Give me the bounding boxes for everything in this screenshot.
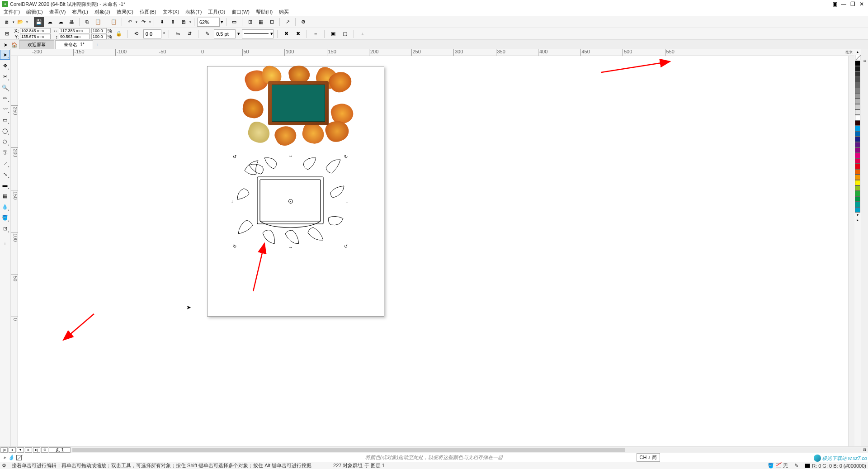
wrap-text-icon[interactable]: ≡: [311, 29, 321, 39]
menu-text[interactable]: 文本(X): [163, 9, 179, 15]
skew-handle-l[interactable]: ↕: [231, 199, 236, 204]
doc-palette-arrow-icon[interactable]: ▸: [4, 455, 6, 460]
end-arrow-icon[interactable]: ✖: [293, 29, 303, 39]
menu-layout[interactable]: 布局(L): [72, 9, 88, 15]
nav-last-button[interactable]: ▸|: [33, 447, 40, 453]
pick-tool-tab-icon[interactable]: ➤: [1, 41, 10, 49]
save-button[interactable]: 💾: [34, 17, 44, 27]
paste-button[interactable]: 📋: [93, 17, 103, 27]
outline-tool[interactable]: ⊡▸: [0, 223, 10, 233]
color-swatch[interactable]: [855, 191, 860, 196]
maximize-button[interactable]: ❐: [848, 1, 857, 7]
start-arrow-icon[interactable]: ✖: [281, 29, 291, 39]
color-swatch[interactable]: [855, 158, 860, 164]
outline-width-input[interactable]: [214, 29, 236, 38]
skew-handle-b[interactable]: ↔: [288, 245, 293, 249]
zoom-input[interactable]: [197, 18, 220, 27]
color-swatch[interactable]: [855, 202, 860, 207]
scale-x-input[interactable]: [91, 28, 107, 33]
color-swatch[interactable]: [855, 169, 860, 175]
rulers-icon[interactable]: ⊞: [245, 17, 255, 27]
pick-tool[interactable]: ➤▸: [0, 50, 10, 60]
color-swatch[interactable]: [855, 109, 860, 115]
options-icon[interactable]: ⚙: [298, 17, 308, 27]
palette-flyout-icon[interactable]: ▸: [857, 218, 859, 223]
add-tab-button[interactable]: +: [94, 41, 102, 49]
menu-window[interactable]: 窗口(W): [231, 9, 250, 15]
color-swatch[interactable]: [855, 66, 860, 71]
fill-swatch-none[interactable]: [776, 464, 781, 468]
redo-button[interactable]: ↷: [138, 17, 148, 27]
cloud-up-icon[interactable]: ☁: [45, 17, 55, 27]
shape-tool[interactable]: ✥▸: [0, 61, 10, 71]
color-swatch[interactable]: [855, 82, 860, 88]
color-swatch[interactable]: [855, 126, 860, 131]
skew-handle-t[interactable]: ↔: [288, 153, 293, 158]
rotate-handle-bl[interactable]: ↻: [233, 244, 237, 248]
width-input[interactable]: [59, 28, 90, 33]
tab-welcome[interactable]: 欢迎屏幕: [19, 40, 54, 49]
height-input[interactable]: [59, 34, 90, 39]
palette-down-icon[interactable]: ▾: [857, 213, 859, 218]
rotation-input[interactable]: [143, 29, 161, 38]
menu-object[interactable]: 对象(J): [94, 9, 110, 15]
vscrollbar[interactable]: [848, 56, 854, 446]
guides-icon[interactable]: ⊡: [267, 17, 277, 27]
add-preset-icon[interactable]: +: [358, 29, 368, 39]
eyedropper-tool[interactable]: 💧▸: [0, 202, 10, 212]
fill-bucket-icon[interactable]: 🪣: [768, 463, 774, 469]
color-swatch[interactable]: [855, 104, 860, 109]
transparency-tool[interactable]: ▦: [0, 191, 10, 201]
menu-effect[interactable]: 效果(C): [117, 9, 133, 15]
freehand-tool[interactable]: ✏▸: [0, 93, 10, 103]
y-position-input[interactable]: [20, 34, 51, 39]
skew-handle-r[interactable]: ↕: [346, 199, 350, 204]
color-swatch[interactable]: [855, 147, 860, 153]
color-swatch[interactable]: [855, 175, 860, 180]
fullscreen-icon[interactable]: ▭: [229, 17, 239, 27]
menu-view[interactable]: 查看(V): [49, 9, 66, 15]
color-swatch[interactable]: [855, 88, 860, 93]
status-gear-icon[interactable]: ⚙: [2, 463, 8, 469]
dock-icon[interactable]: ▣: [830, 1, 839, 7]
no-color-swatch[interactable]: [855, 55, 860, 60]
hscrollbar[interactable]: [72, 448, 861, 452]
polygon-tool[interactable]: ⬠▸: [0, 137, 10, 147]
x-position-input[interactable]: [20, 28, 51, 33]
mirror-h-icon[interactable]: ⇋: [173, 29, 183, 39]
home-icon[interactable]: 🏠: [10, 41, 19, 49]
color-swatch[interactable]: [855, 180, 860, 185]
rotate-handle-tl[interactable]: ↺: [233, 154, 237, 159]
color-swatch[interactable]: [855, 93, 860, 99]
ellipse-tool[interactable]: ◯▸: [0, 126, 10, 136]
scale-y-input[interactable]: [91, 34, 107, 39]
drop-shadow-tool[interactable]: ▬▸: [0, 180, 10, 190]
bitmap-leaves-chalkboard[interactable]: [244, 67, 352, 144]
nav-next-button[interactable]: ▸: [25, 447, 32, 453]
nav-browse-button[interactable]: ▾: [17, 447, 24, 453]
undo-button[interactable]: ↶: [125, 17, 135, 27]
parallel-dim-tool[interactable]: ⟋▸: [0, 158, 10, 168]
nav-prev-button[interactable]: ◂: [9, 447, 16, 453]
object-origin-icon[interactable]: ⊞: [2, 29, 12, 39]
grid-icon[interactable]: ▦: [256, 17, 266, 27]
open-button[interactable]: 📂: [15, 17, 25, 27]
to-front-icon[interactable]: ▣: [328, 29, 338, 39]
nav-locator-icon[interactable]: ⊡: [863, 448, 866, 452]
to-back-icon[interactable]: ▢: [340, 29, 350, 39]
menu-file[interactable]: 文件(F): [4, 9, 20, 15]
export-button[interactable]: ⬆: [168, 17, 178, 27]
add-page-button[interactable]: ⊕: [41, 447, 48, 453]
menu-edit[interactable]: 编辑(E): [26, 9, 43, 15]
palette-up-icon[interactable]: ▴: [857, 50, 859, 54]
color-swatch[interactable]: [855, 185, 860, 191]
new-button[interactable]: 🗎: [2, 17, 12, 27]
nav-first-button[interactable]: |◂: [0, 447, 8, 453]
line-style-select[interactable]: ▾: [242, 29, 274, 38]
rotation-center[interactable]: [288, 199, 293, 204]
cloud-down-icon[interactable]: ☁: [56, 17, 66, 27]
color-swatch[interactable]: [855, 131, 860, 137]
menu-table[interactable]: 表格(T): [185, 9, 202, 15]
traced-vector-group[interactable]: ↺ ↻ ↻ ↺ ↔ ↔ ↕ ↕: [236, 157, 346, 246]
ruler-horizontal[interactable]: 毫米 -200-150-100-500501001502002503003504…: [11, 49, 854, 56]
